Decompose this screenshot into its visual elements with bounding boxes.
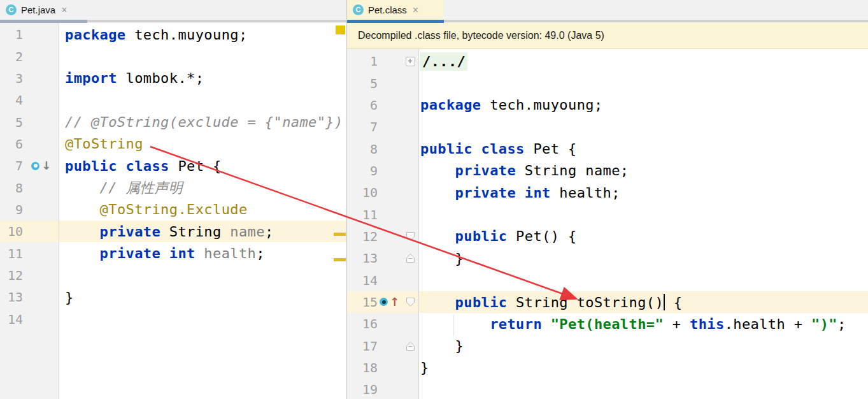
line-number[interactable]: 9 — [0, 202, 23, 217]
line-number[interactable]: 14 — [0, 312, 23, 327]
code-line: 18} — [347, 357, 868, 379]
code-line: 14 — [0, 308, 346, 330]
code-text: private int health; — [59, 245, 346, 261]
code-line: 7↓public class Pet { — [0, 155, 346, 177]
code-line: 10 private int health; — [347, 182, 868, 203]
line-number[interactable]: 7 — [0, 158, 23, 173]
overridden-method-icon[interactable]: ↓ — [31, 160, 51, 171]
editor-left-lines[interactable]: 1package tech.muyoung;23import lombok.*;… — [0, 23, 346, 330]
editor-pane-right: C Pet.class × Decompiled .class file, by… — [347, 0, 868, 399]
line-number[interactable]: 5 — [0, 115, 23, 130]
code-line: 13 } — [347, 247, 868, 269]
line-number[interactable]: 11 — [0, 246, 23, 261]
line-number[interactable]: 8 — [347, 141, 378, 157]
line-number[interactable]: 13 — [347, 250, 378, 266]
line-number[interactable]: 12 — [347, 229, 378, 244]
line-number[interactable]: 6 — [347, 98, 378, 113]
code-line: 5// @ToString(exclude = {"name"}) — [0, 111, 346, 133]
code-text: } — [59, 289, 346, 305]
fold-cell — [402, 253, 418, 263]
line-number[interactable]: 15 — [347, 294, 378, 310]
line-number[interactable]: 1 — [0, 27, 23, 42]
gutter-icon-cell: ↑ — [378, 296, 402, 308]
tab-pet-class[interactable]: C Pet.class × — [347, 0, 444, 20]
line-number[interactable]: 4 — [0, 92, 23, 108]
indent-guide — [453, 315, 454, 336]
fold-end-icon[interactable] — [406, 253, 415, 263]
tab-pet-java[interactable]: C Pet.java × — [0, 0, 87, 20]
line-number[interactable]: 17 — [347, 338, 378, 354]
code-text: // @ToString(exclude = {"name"}) — [59, 114, 346, 130]
line-number[interactable]: 7 — [347, 119, 378, 134]
code-text: private int health; — [418, 185, 868, 201]
line-number[interactable]: 11 — [347, 207, 378, 222]
code-text: public class Pet { — [59, 158, 346, 174]
line-number[interactable]: 8 — [0, 180, 23, 196]
fold-start-icon[interactable] — [406, 231, 415, 242]
code-text: } — [418, 250, 868, 266]
code-line: 4 — [0, 89, 346, 111]
code-line: 11 — [347, 203, 868, 225]
line-number[interactable]: 1 — [347, 54, 378, 69]
fold-cell: + — [402, 57, 418, 66]
code-line: 19 — [347, 379, 868, 399]
code-line: 6package tech.muyoung; — [347, 94, 868, 116]
line-number[interactable]: 14 — [347, 273, 378, 288]
warning-stripe-mark[interactable] — [334, 233, 346, 236]
code-text: return "Pet(health=" + this.health + ")"… — [418, 316, 868, 332]
tab-label: Pet.class — [368, 4, 407, 15]
line-number[interactable]: 10 — [0, 224, 23, 239]
code-text: public String toString() { — [418, 294, 868, 310]
line-number[interactable]: 10 — [347, 185, 378, 200]
pane-divider[interactable] — [346, 0, 347, 399]
line-number[interactable]: 6 — [0, 136, 23, 152]
inspections-status-widget[interactable] — [336, 25, 345, 34]
code-text: /.../ — [418, 54, 868, 69]
code-text: package tech.muyoung; — [418, 97, 868, 113]
code-text: private String name; — [418, 163, 868, 178]
code-text: package tech.muyoung; — [59, 27, 346, 43]
code-text: private String name; — [59, 224, 346, 240]
line-number[interactable]: 16 — [347, 316, 378, 331]
code-line: 8public class Pet { — [347, 138, 868, 159]
line-number[interactable]: 19 — [347, 382, 378, 397]
code-line: 2 — [0, 45, 346, 67]
code-text: public Pet() { — [418, 228, 868, 244]
code-line: 1package tech.muyoung; — [0, 24, 346, 45]
code-text: } — [418, 359, 868, 375]
fold-start-icon[interactable] — [406, 297, 415, 307]
code-line: 7 — [347, 116, 868, 138]
gutter-icon-cell: ↓ — [23, 160, 59, 171]
overriding-method-icon[interactable]: ↑ — [380, 296, 399, 308]
line-number[interactable]: 12 — [0, 268, 23, 283]
code-text: import lombok.*; — [59, 70, 346, 86]
fold-end-icon[interactable] — [406, 341, 415, 351]
fold-expand-icon[interactable]: + — [406, 57, 415, 66]
fold-cell — [402, 341, 418, 351]
code-line: 9 @ToString.Exclude — [0, 199, 346, 221]
decompiled-file-banner: Decompiled .class file, bytecode version… — [347, 23, 868, 49]
code-text: @ToString.Exclude — [59, 201, 346, 217]
close-icon[interactable]: × — [413, 5, 418, 15]
code-line: 17 } — [347, 335, 868, 356]
line-number[interactable]: 5 — [347, 76, 378, 91]
code-line: 11 private int health; — [0, 242, 346, 264]
line-number[interactable]: 9 — [347, 163, 378, 178]
code-line: 16 return "Pet(health=" + this.health + … — [347, 313, 868, 335]
fold-cell — [402, 231, 418, 242]
code-text: } — [418, 338, 868, 354]
code-text: @ToString — [59, 136, 346, 152]
close-icon[interactable]: × — [61, 5, 67, 15]
line-number[interactable]: 3 — [0, 71, 23, 86]
code-text: public class Pet { — [418, 141, 868, 157]
line-number[interactable]: 2 — [0, 49, 23, 64]
line-number[interactable]: 18 — [347, 360, 378, 375]
line-number[interactable]: 13 — [0, 289, 23, 305]
code-line: 9 private String name; — [347, 160, 868, 182]
code-line: 14 — [347, 269, 868, 291]
editor-right-lines[interactable]: 1+/.../56package tech.muyoung;78public c… — [347, 49, 868, 399]
warning-stripe-mark[interactable] — [334, 258, 346, 261]
code-line: 3import lombok.*; — [0, 68, 346, 89]
tab-bar-right: C Pet.class × — [347, 0, 868, 23]
ide-window: C Pet.java × 1package tech.muyoung;23imp… — [0, 0, 868, 399]
